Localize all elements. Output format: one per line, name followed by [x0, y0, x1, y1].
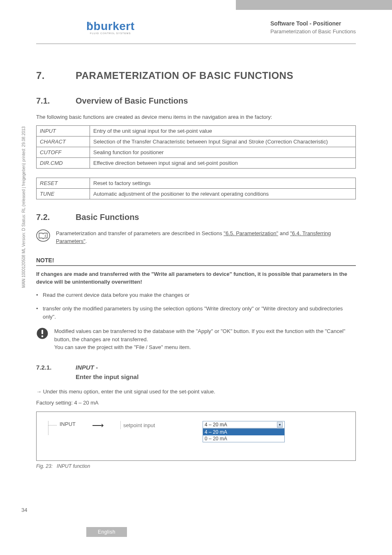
exclamation-icon	[36, 327, 48, 340]
heading-7-2-1-em: INPUT	[76, 364, 94, 371]
heading-7-2: 7.2. Basic Functions	[36, 213, 356, 222]
func-name: RESET	[37, 178, 90, 188]
info-book-icon: i	[36, 229, 50, 242]
page-number: 34	[21, 507, 27, 513]
warning-line1: Modified values can be transferred to th…	[54, 327, 356, 343]
header-accent-block	[236, 0, 392, 10]
chevron-down-icon[interactable]: ▼	[277, 422, 283, 428]
heading-7-2-num: 7.2.	[36, 213, 76, 222]
list-item: transfer only the modified parameters by…	[36, 305, 356, 321]
table-row: RESETReset to factory settings	[37, 178, 356, 188]
svg-text:i: i	[45, 234, 46, 238]
note-warning-text: If changes are made and transferred with…	[36, 270, 356, 286]
table-row: CHARACTSelection of the Transfer Charact…	[37, 136, 356, 147]
functions-table-1: INPUTEntry of the unit signal input for …	[36, 125, 356, 169]
intro-text: The following basic functions are create…	[36, 113, 356, 121]
note-heading: NOTE!	[36, 257, 356, 266]
figure-caption: Fig. 23: INPUT function	[36, 463, 356, 469]
logo-text: burkert	[94, 20, 135, 32]
heading-7-2-1-num: 7.2.1.	[36, 364, 76, 371]
table-row: DIR.CMDEffective direction between input…	[37, 157, 356, 168]
dropdown-selected-value: 4 – 20 mA	[205, 422, 227, 428]
func-name: CUTOFF	[37, 147, 90, 157]
func-desc: Sealing function for positioner	[90, 147, 356, 157]
heading-7-2-1-line2: Enter the input signal	[76, 373, 356, 380]
instruction-text: Under this menu option, enter the unit s…	[36, 388, 356, 396]
heading-7-1-title: Overview of Basic Functions	[76, 96, 188, 106]
warning-text: Modified values can be transferred to th…	[54, 327, 356, 352]
link-parameterization[interactable]: "6.5. Parameterization"	[224, 230, 278, 236]
func-desc: Selection of the Transfer Characteristic…	[90, 136, 356, 147]
svg-point-0	[37, 230, 50, 241]
table-row: TUNEAutomatic adjustment of the position…	[37, 188, 356, 199]
func-desc: Effective direction between input signal…	[90, 157, 356, 168]
table-row: INPUTEntry of the unit signal input for …	[37, 125, 356, 136]
heading-7-1: 7.1. Overview of Basic Functions	[36, 96, 356, 106]
func-name: CHARACT	[37, 136, 90, 147]
info-text: Parameterization and transfer of paramet…	[56, 229, 356, 245]
doc-subtitle: Parameterization of Basic Functions	[270, 28, 356, 35]
factory-setting: Factory setting: 4 – 20 mA	[36, 400, 356, 406]
functions-table-2: RESETReset to factory settings TUNEAutom…	[36, 178, 356, 199]
language-tab: English	[86, 527, 127, 537]
func-desc: Automatic adjustment of the positioner t…	[90, 188, 356, 199]
field-label-setpoint: setpoint input	[120, 421, 186, 429]
func-name: TUNE	[37, 188, 90, 199]
heading-7-1-num: 7.1.	[36, 96, 76, 106]
heading-7-2-1-dash: -	[94, 364, 98, 371]
table-row: CUTOFFSealing function for positioner	[37, 147, 356, 157]
side-print-info: MAN 1000120508 ML Version: D Status: RL …	[21, 126, 26, 288]
heading-7-2-title: Basic Functions	[76, 213, 139, 222]
figure-caption-label: Fig. 23:	[36, 463, 53, 469]
func-desc: Entry of the unit signal input for the s…	[90, 125, 356, 136]
warning-line2: You can save the project with the "File …	[54, 343, 356, 352]
info-mid: and	[278, 230, 290, 236]
figure-caption-text: INPUT function	[57, 463, 90, 469]
dropdown-option[interactable]: 0 – 20 mA	[203, 435, 284, 442]
dropdown-option[interactable]: 4 – 20 mA	[203, 429, 284, 435]
doc-title: Software Tool - Positioner	[270, 20, 356, 27]
info-end: .	[85, 238, 87, 244]
heading-7: 7. PARAMETERIZATION OF BASIC FUNCTIONS	[36, 70, 356, 81]
heading-7-num: 7.	[36, 70, 76, 81]
heading-7-2-1: 7.2.1. INPUT -	[36, 364, 356, 371]
dropdown-list: 4 – 20 mA 0 – 20 mA	[203, 428, 285, 442]
warning-callout: Modified values can be transferred to th…	[36, 327, 356, 352]
note-bullets: Read the current device data before you …	[36, 291, 356, 321]
func-desc: Reset to factory settings	[90, 178, 356, 188]
svg-rect-3	[42, 330, 43, 334]
info-pre: Parameterization and transfer of paramet…	[56, 230, 224, 236]
func-name: INPUT	[37, 125, 90, 136]
tree-node-input[interactable]: INPUT	[48, 421, 76, 427]
heading-7-title: PARAMETERIZATION OF BASIC FUNCTIONS	[76, 70, 293, 81]
svg-point-4	[42, 335, 44, 338]
brand-logo: bburkert FLUID CONTROL SYSTEMS	[86, 20, 135, 35]
figure-23: INPUT ⟶ setpoint input 4 – 20 mA ▼ 4 – 2…	[36, 412, 356, 461]
arrow-right-icon: ⟶	[92, 420, 104, 430]
header-divider	[36, 44, 356, 44]
setpoint-input-dropdown[interactable]: 4 – 20 mA ▼	[203, 421, 285, 428]
list-item: Read the current device data before you …	[36, 291, 356, 299]
info-callout: i Parameterization and transfer of param…	[36, 229, 356, 245]
func-name: DIR.CMD	[37, 157, 90, 168]
